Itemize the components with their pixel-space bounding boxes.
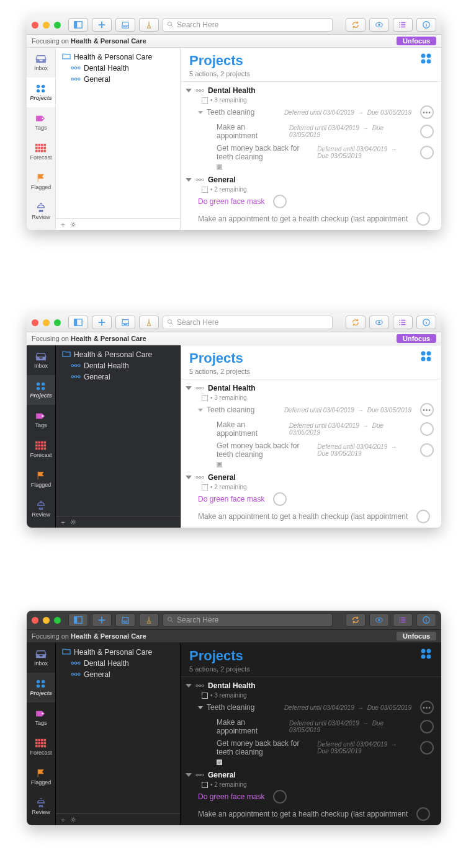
unfocus-button[interactable]: Unfocus	[397, 632, 436, 640]
quick-entry-button[interactable]	[115, 613, 135, 627]
disclosure-icon[interactable]	[186, 476, 192, 479]
project-header-row[interactable]: Dental Health	[181, 84, 441, 97]
zoom-button[interactable]	[54, 617, 61, 624]
add-button[interactable]	[92, 613, 112, 627]
add-button[interactable]	[92, 18, 112, 32]
zoom-button[interactable]	[54, 22, 61, 29]
disclosure-icon[interactable]	[186, 773, 192, 777]
view-button[interactable]	[369, 613, 389, 627]
more-button[interactable]: •••	[420, 701, 434, 714]
inspector-button[interactable]	[416, 18, 436, 32]
search-field[interactable]: Search Here	[163, 18, 333, 32]
quick-entry-button[interactable]	[115, 316, 135, 329]
view-button[interactable]	[369, 18, 389, 32]
sync-button[interactable]	[346, 613, 366, 627]
action-group-row[interactable]: Teeth cleaningDeferred until 03/04/2019 …	[181, 401, 441, 418]
status-circle[interactable]	[420, 422, 434, 436]
inspector-button[interactable]	[416, 316, 436, 329]
status-circle[interactable]	[273, 195, 287, 208]
cleanup-button[interactable]	[139, 316, 159, 329]
project-row[interactable]: Dental Health	[61, 360, 175, 371]
outline-gear-button[interactable]	[70, 518, 76, 527]
status-circle[interactable]	[420, 443, 434, 457]
status-circle[interactable]	[416, 510, 430, 523]
perspective-flagged[interactable]: Flagged	[27, 464, 55, 494]
disclosure-icon[interactable]	[198, 706, 203, 709]
status-circle[interactable]	[420, 125, 434, 138]
project-header-row[interactable]: General	[181, 471, 441, 484]
action-row[interactable]: Make an appointment to get a health chec…	[181, 805, 441, 823]
unfocus-button[interactable]: Unfocus	[397, 37, 436, 45]
perspective-projects[interactable]: Projects	[27, 673, 55, 702]
cleanup-button[interactable]	[139, 18, 159, 32]
view-button[interactable]	[369, 316, 389, 329]
perspective-forecast[interactable]: Forecast	[27, 732, 55, 762]
perspective-review[interactable]: Review	[27, 792, 55, 822]
perspective-tags[interactable]: Tags	[27, 107, 55, 137]
cleanup-button[interactable]	[139, 613, 159, 627]
disclosure-icon[interactable]	[186, 89, 192, 92]
add-button[interactable]	[92, 316, 112, 329]
outline-gear-button[interactable]	[70, 221, 76, 229]
folder-row[interactable]: Health & Personal Care	[61, 647, 175, 658]
close-button[interactable]	[32, 319, 38, 326]
perspective-flagged[interactable]: Flagged	[27, 167, 55, 197]
perspective-forecast[interactable]: Forecast	[27, 435, 55, 464]
outline-gear-button[interactable]	[70, 816, 76, 825]
perspective-forecast[interactable]: Forecast	[27, 137, 55, 167]
action-row[interactable]: Do green face mask	[181, 788, 441, 805]
close-button[interactable]	[32, 617, 38, 624]
project-header-row[interactable]: General	[181, 174, 441, 186]
action-group-row[interactable]: Teeth cleaningDeferred until 03/04/2019 …	[181, 699, 441, 716]
perspective-review[interactable]: Review	[27, 494, 55, 524]
minimize-button[interactable]	[43, 319, 50, 326]
perspective-tags[interactable]: Tags	[27, 405, 55, 435]
disclosure-icon[interactable]	[198, 111, 203, 114]
status-circle[interactable]	[416, 807, 430, 821]
more-button[interactable]: •••	[420, 403, 434, 417]
unfocus-button[interactable]: Unfocus	[397, 334, 436, 343]
action-row[interactable]: Do green face mask	[181, 490, 441, 508]
view-options-button[interactable]	[393, 18, 413, 32]
more-button[interactable]: •••	[420, 105, 434, 119]
status-circle[interactable]	[420, 720, 434, 733]
sync-button[interactable]	[346, 316, 366, 329]
view-options-button[interactable]	[393, 613, 413, 627]
quick-entry-button[interactable]	[115, 18, 135, 32]
project-header-row[interactable]: General	[181, 769, 441, 781]
folder-row[interactable]: Health & Personal Care	[61, 51, 175, 63]
add-outline-button[interactable]: +	[61, 518, 65, 527]
disclosure-icon[interactable]	[186, 684, 192, 688]
close-button[interactable]	[32, 22, 38, 29]
perspective-inbox[interactable]: Inbox	[27, 48, 55, 78]
perspective-projects[interactable]: Projects	[27, 375, 55, 405]
minimize-button[interactable]	[43, 22, 50, 29]
perspective-inbox[interactable]: Inbox	[27, 345, 55, 375]
action-row[interactable]: Get money back back for teeth cleaningDe…	[181, 440, 441, 461]
action-row[interactable]: Make an appointmentDeferred until 03/04/…	[181, 716, 441, 737]
action-row[interactable]: Make an appointment to get a health chec…	[181, 508, 441, 525]
add-outline-button[interactable]: +	[61, 816, 65, 825]
search-field[interactable]: Search Here	[163, 316, 333, 329]
action-row[interactable]: Get money back back for teeth cleaningDe…	[181, 142, 441, 163]
status-circle[interactable]	[420, 146, 434, 159]
status-circle[interactable]	[273, 492, 287, 506]
perspective-flagged[interactable]: Flagged	[27, 762, 55, 792]
action-row[interactable]: Make an appointment to get a health chec…	[181, 210, 441, 228]
zoom-button[interactable]	[54, 319, 61, 326]
perspective-tags[interactable]: Tags	[27, 702, 55, 732]
perspective-projects[interactable]: Projects	[27, 78, 55, 107]
action-row[interactable]: Make an appointmentDeferred until 03/04/…	[181, 121, 441, 142]
view-options-button[interactable]	[393, 316, 413, 329]
status-circle[interactable]	[420, 741, 434, 755]
project-row[interactable]: Dental Health	[61, 658, 175, 669]
status-circle[interactable]	[273, 790, 287, 804]
action-row[interactable]: Make an appointmentDeferred until 03/04/…	[181, 418, 441, 440]
status-circle[interactable]	[416, 212, 430, 226]
search-field[interactable]: Search Here	[163, 613, 333, 627]
inspector-button[interactable]	[416, 613, 436, 627]
sidebar-toggle-button[interactable]	[68, 18, 88, 32]
minimize-button[interactable]	[43, 617, 50, 624]
action-row[interactable]: Do green face mask	[181, 193, 441, 210]
action-group-row[interactable]: Teeth cleaningDeferred until 03/04/2019 …	[181, 104, 441, 121]
